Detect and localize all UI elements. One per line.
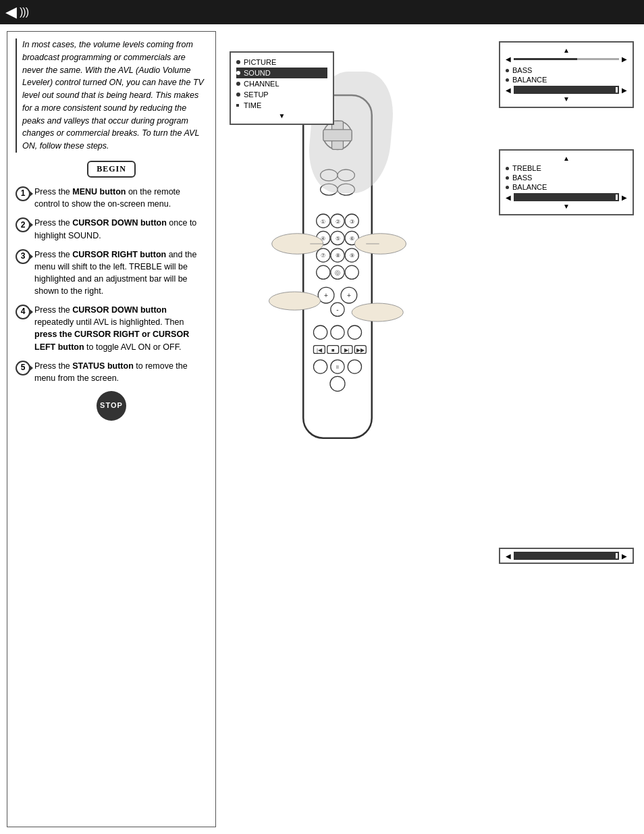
svg-point-26 xyxy=(317,265,330,279)
menu1-setup-label: SETUP xyxy=(244,90,269,99)
bullet-picture xyxy=(236,60,240,64)
avl-bottom-indicator xyxy=(616,553,618,558)
svg-text:+: + xyxy=(324,292,328,299)
main-menu-box: PICTURE SOUND CHANNEL SETUP TIME ▼ xyxy=(230,51,334,125)
step-3-text: Press the CURSOR RIGHT button and the me… xyxy=(34,249,207,298)
svg-point-57 xyxy=(352,303,403,321)
menu1-channel-label: CHANNEL xyxy=(244,80,279,88)
step-2: 2 Press the CURSOR DOWN button once to h… xyxy=(16,217,207,241)
svg-text:▶|: ▶| xyxy=(344,347,350,353)
treble-track xyxy=(514,58,619,60)
speaker-icon: ◀ xyxy=(5,3,17,21)
avl-bar xyxy=(514,86,619,94)
svg-text:⑨: ⑨ xyxy=(350,252,354,259)
menu1-sound: SOUND xyxy=(236,68,327,78)
header-icon-area: ◀ ))) xyxy=(5,3,28,21)
step-2-text: Press the CURSOR DOWN button once to hig… xyxy=(34,217,207,241)
bullet-time xyxy=(236,104,239,107)
treble-slider-row: ◀ ▶ xyxy=(506,55,627,63)
svg-point-51 xyxy=(330,376,345,391)
svg-text:⑦: ⑦ xyxy=(321,252,325,259)
begin-label: BEGIN xyxy=(87,161,136,178)
bullet-sound xyxy=(236,71,240,75)
menu3-bass: BASS xyxy=(506,173,627,182)
menu3-up-arrow: ▲ xyxy=(506,155,627,162)
step-5: 5 Press the STATUS button to remove the … xyxy=(16,360,207,384)
step-2-number: 2 xyxy=(16,217,30,232)
menu3-balance-label: BALANCE xyxy=(512,183,547,191)
svg-point-29 xyxy=(345,265,358,279)
step-4-number: 4 xyxy=(16,305,30,319)
svg-text:+: + xyxy=(347,292,351,299)
menu1-picture-label: PICTURE xyxy=(244,58,276,66)
avl-row: ◀ ▶ xyxy=(506,86,627,94)
svg-text:②: ② xyxy=(336,218,340,225)
left-arrow: ◀ xyxy=(506,55,511,63)
avl-bottom-bar: ◀ ▶ xyxy=(499,548,634,564)
bullet-m2-1 xyxy=(506,69,509,72)
svg-text:⑥: ⑥ xyxy=(350,235,354,242)
menu3-treble: TREBLE xyxy=(506,163,627,173)
menu3-treble-label: TREBLE xyxy=(512,164,541,172)
menu1-channel: CHANNEL xyxy=(236,78,327,89)
svg-point-54 xyxy=(354,234,406,254)
menu3-bass-label: BASS xyxy=(512,174,532,182)
menu2-item1: BASS xyxy=(506,66,627,75)
avl-bottom-right-arrow: ▶ xyxy=(622,552,627,560)
svg-point-47 xyxy=(313,360,327,373)
menu1-picture: PICTURE xyxy=(236,57,327,68)
bullet-m3-treble xyxy=(506,167,509,170)
menu3-balance: BALANCE xyxy=(506,182,627,192)
bullet-channel xyxy=(236,82,240,86)
svg-text:⑤: ⑤ xyxy=(336,235,340,242)
avl2-indicator xyxy=(616,194,618,200)
header-bar: ◀ ))) xyxy=(0,0,644,24)
menu2-item2: BALANCE xyxy=(506,75,627,84)
bullet-m3-bass xyxy=(506,176,509,180)
menu2-item2-label: BALANCE xyxy=(512,76,547,84)
avl-menu-box: ▲ TREBLE BASS BALANCE ◀ ▶ ▼ xyxy=(499,149,634,215)
bullet-m2-2 xyxy=(506,78,509,82)
menu2-down-arrow: ▼ xyxy=(506,95,627,103)
step-1: 1 Press the MENU button on the remote co… xyxy=(16,186,207,210)
right-arrow: ▶ xyxy=(622,55,627,63)
svg-point-38 xyxy=(348,325,361,339)
bullet-m3-balance xyxy=(506,186,509,189)
menu2-item1-label: BASS xyxy=(512,66,532,74)
svg-text:II: II xyxy=(336,365,339,369)
svg-text:⓪: ⓪ xyxy=(335,269,340,276)
step-4: 4 Press the CURSOR DOWN button repeatedl… xyxy=(16,304,207,353)
svg-text:▶▶: ▶▶ xyxy=(356,347,365,353)
avl-right-arrow: ▶ xyxy=(622,86,627,94)
right-panel: PICTURE SOUND CHANNEL SETUP TIME ▼ xyxy=(223,31,637,827)
svg-point-50 xyxy=(348,360,361,373)
svg-text:|◀: |◀ xyxy=(317,347,323,353)
svg-text:①: ① xyxy=(321,218,325,225)
svg-point-56 xyxy=(269,292,320,310)
step-4-text: Press the CURSOR DOWN button repeatedly … xyxy=(34,304,207,353)
avl-selected-row: ◀ ▶ xyxy=(506,193,627,201)
avl2-left-arrow: ◀ xyxy=(506,194,511,201)
step-3: 3 Press the CURSOR RIGHT button and the … xyxy=(16,249,207,298)
avl2-right-arrow: ▶ xyxy=(622,194,627,201)
bullet-setup xyxy=(236,93,240,97)
step-5-number: 5 xyxy=(16,361,30,375)
stop-badge: STOP xyxy=(16,391,207,421)
avl-left-arrow: ◀ xyxy=(506,86,511,94)
stop-label: STOP xyxy=(100,400,123,411)
menu1-down-arrow: ▼ xyxy=(236,112,327,120)
step-3-number: 3 xyxy=(16,249,30,264)
left-panel: In most cases, the volume levels coming … xyxy=(7,31,216,827)
menu1-time-label: TIME xyxy=(244,101,261,109)
menu1-time: TIME xyxy=(236,100,327,111)
svg-point-37 xyxy=(331,325,344,339)
menu2-up-arrow: ▲ xyxy=(506,47,627,54)
step-1-text: Press the MENU button on the remote cont… xyxy=(34,186,207,210)
svg-point-36 xyxy=(313,325,327,339)
avl-bottom-left-arrow: ◀ xyxy=(506,552,511,560)
treble-fill xyxy=(514,58,577,60)
sound-menu-box: ▲ ◀ ▶ BASS BALANCE ◀ xyxy=(499,41,634,108)
svg-text:■: ■ xyxy=(331,347,335,353)
svg-text:⑧: ⑧ xyxy=(336,252,340,259)
menu3-down-arrow: ▼ xyxy=(506,203,627,210)
